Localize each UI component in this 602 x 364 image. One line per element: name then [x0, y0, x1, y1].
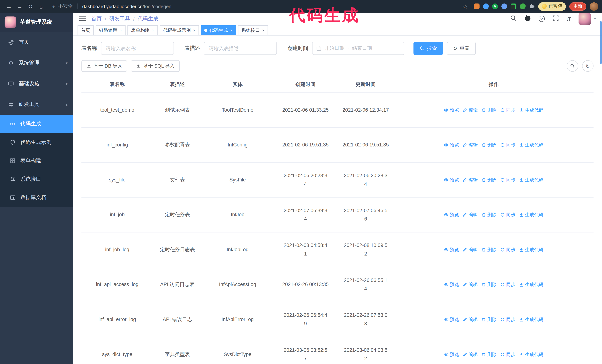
sync-action[interactable]: 同步: [500, 210, 515, 219]
table-name-input[interactable]: [101, 42, 174, 55]
edit-action[interactable]: 编辑: [463, 176, 478, 184]
edit-action[interactable]: 编辑: [463, 106, 478, 114]
delete-action[interactable]: 删除: [482, 210, 497, 219]
generate-code-action[interactable]: 生成代码: [519, 280, 543, 289]
sync-action[interactable]: 同步: [500, 315, 515, 324]
browser-back-button[interactable]: ←: [4, 1, 14, 11]
sidebar-item-system[interactable]: ⚙ 系统管理 ▾: [0, 52, 73, 73]
breadcrumb-home[interactable]: 首页: [91, 15, 102, 22]
generate-code-action[interactable]: 生成代码: [519, 315, 543, 324]
preview-action[interactable]: 预览: [444, 176, 459, 184]
edit-action[interactable]: 编辑: [463, 141, 478, 149]
tab-item[interactable]: 系统接口 ×: [238, 25, 268, 35]
extension-icon-people[interactable]: [501, 3, 507, 9]
trash-icon: [482, 177, 486, 182]
delete-action[interactable]: 删除: [482, 280, 497, 289]
sidebar-item-infra[interactable]: 基础设施 ▾: [0, 73, 73, 94]
tab-item[interactable]: 代码生成 ×: [201, 25, 236, 35]
import-db-button[interactable]: 基于 DB 导入: [81, 60, 127, 72]
edit-action[interactable]: 编辑: [463, 280, 478, 289]
paused-badge[interactable]: 已暂停: [538, 2, 566, 10]
sidebar-item-codegen-example[interactable]: 代码生成示例: [0, 133, 73, 151]
delete-action[interactable]: 删除: [482, 106, 497, 114]
sync-action[interactable]: 同步: [500, 176, 515, 184]
extension-icon-green-v[interactable]: V: [492, 3, 498, 9]
date-range-picker[interactable]: 开始日期 - 结束日期: [312, 42, 404, 55]
preview-action[interactable]: 预览: [444, 280, 459, 289]
edit-action[interactable]: 编辑: [463, 246, 478, 254]
sync-action[interactable]: 同步: [500, 141, 515, 149]
reset-button[interactable]: ↻ 重置: [447, 42, 476, 55]
sync-action[interactable]: 同步: [500, 350, 515, 359]
extension-icon-blue-drop[interactable]: [483, 3, 489, 9]
preview-action[interactable]: 预览: [444, 106, 459, 114]
import-sql-button[interactable]: 基于 SQL 导入: [131, 60, 180, 72]
generate-code-action[interactable]: 生成代码: [519, 246, 543, 254]
sidebar-item-db-doc[interactable]: 数据库文档: [0, 188, 73, 207]
edit-action[interactable]: 编辑: [463, 350, 478, 359]
tab-item[interactable]: 链路追踪 ×: [96, 25, 126, 35]
update-button[interactable]: 更新: [570, 2, 586, 10]
search-icon[interactable]: [510, 15, 516, 23]
toggle-search-button[interactable]: [567, 60, 578, 72]
scrollbar-thumb[interactable]: [600, 21, 602, 64]
browser-home-button[interactable]: ⌂: [36, 1, 46, 11]
preview-action[interactable]: 预览: [444, 350, 459, 359]
tab-item[interactable]: 表单构建 ×: [128, 25, 158, 35]
sidebar-item-api[interactable]: 系统接口: [0, 170, 73, 188]
extensions-puzzle-icon[interactable]: [529, 3, 535, 9]
sidebar-item-home[interactable]: 首页: [0, 32, 73, 52]
user-avatar[interactable]: [579, 13, 591, 25]
sidebar-item-codegen[interactable]: </> 代码生成: [0, 114, 73, 133]
delete-action[interactable]: 删除: [482, 315, 497, 324]
help-icon[interactable]: ?: [538, 16, 545, 22]
close-icon[interactable]: ×: [193, 28, 195, 32]
table-desc-input[interactable]: [204, 42, 277, 55]
close-icon[interactable]: ×: [262, 28, 265, 32]
delete-action[interactable]: 删除: [482, 350, 497, 359]
tab-item[interactable]: 首页: [78, 25, 94, 35]
address-bar[interactable]: ⚠ 不安全 dashboard.yudao.iocoder.cn/tool/co…: [52, 3, 468, 10]
preview-action[interactable]: 预览: [444, 141, 459, 149]
generate-code-action[interactable]: 生成代码: [519, 176, 543, 184]
refresh-table-button[interactable]: ↻: [582, 60, 593, 72]
sync-action[interactable]: 同步: [500, 106, 515, 114]
preview-action[interactable]: 预览: [444, 315, 459, 324]
active-dot-icon: [204, 29, 207, 32]
generate-code-action[interactable]: 生成代码: [519, 141, 543, 149]
preview-action[interactable]: 预览: [444, 246, 459, 254]
fullscreen-icon[interactable]: [552, 15, 559, 23]
delete-action[interactable]: 删除: [482, 246, 497, 254]
avatar-caret-icon[interactable]: ▾: [594, 17, 596, 21]
close-icon[interactable]: ×: [120, 28, 122, 32]
generate-code-action[interactable]: 生成代码: [519, 210, 543, 219]
tab-item[interactable]: 代码生成示例 ×: [160, 25, 199, 35]
sync-action[interactable]: 同步: [500, 280, 515, 289]
github-icon[interactable]: [524, 15, 531, 23]
extension-icon-orange[interactable]: [474, 3, 480, 9]
browser-forward-button[interactable]: →: [15, 1, 25, 11]
edit-action[interactable]: 编辑: [463, 210, 478, 219]
edit-action[interactable]: 编辑: [463, 315, 478, 324]
preview-action[interactable]: 预览: [444, 210, 459, 219]
browser-reload-button[interactable]: ↻: [25, 1, 35, 11]
delete-action[interactable]: 删除: [482, 176, 497, 184]
extension-icon-dark-green[interactable]: [511, 3, 516, 9]
sidebar-toggle-button[interactable]: [79, 16, 86, 21]
delete-action[interactable]: 删除: [482, 141, 497, 149]
generate-code-action[interactable]: 生成代码: [519, 350, 543, 359]
generate-code-action[interactable]: 生成代码: [519, 106, 543, 114]
sidebar-item-form-builder[interactable]: 表单构建: [0, 151, 73, 170]
bookmark-star-icon[interactable]: ☆: [463, 3, 468, 10]
close-icon[interactable]: ×: [152, 28, 154, 32]
extension-icon-leaf[interactable]: [520, 3, 526, 9]
app-logo[interactable]: 芋道管理系统: [0, 13, 73, 32]
browser-profile-avatar[interactable]: [590, 2, 598, 10]
breadcrumb-devtools[interactable]: 研发工具: [109, 15, 130, 22]
font-size-icon[interactable]: tT: [566, 16, 571, 22]
close-icon[interactable]: ×: [230, 28, 232, 32]
sidebar-item-devtools[interactable]: 研发工具 ▴: [0, 94, 73, 115]
sync-icon: [500, 317, 505, 322]
search-button[interactable]: 搜索: [413, 42, 443, 55]
sync-action[interactable]: 同步: [500, 246, 515, 254]
